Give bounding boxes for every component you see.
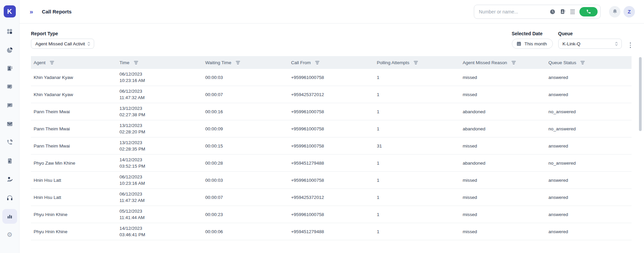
app-logo[interactable]: K [4,5,16,17]
cell-queue-status: answered [546,212,632,217]
column-header-label: Waiting Time [205,60,231,65]
document-icon [2,154,17,168]
sidebar-item-settings[interactable]: ⚙ [2,225,17,244]
sidebar-item-call-reports[interactable] [2,207,17,225]
sidebar-item-reports-pie[interactable] [2,41,17,59]
table-header: Agent Time [31,56,632,69]
cell-time-clock: 02:28:20 PM [119,129,202,135]
cell-agent-missed-reason: missed [460,92,546,97]
sidebar-item-contacts[interactable] [2,59,17,78]
sidebar-item-chat-notes[interactable] [2,78,17,96]
cell-waiting-time: 00:00:28 [202,161,288,166]
sidebar-item-dashboard[interactable] [2,22,17,41]
date-range-button[interactable]: This month [512,39,553,49]
topbar: » Call Reports [20,0,644,24]
cell-waiting-time: 00:00:06 [202,229,288,234]
sidebar-item-calls[interactable] [2,133,17,152]
table-row[interactable]: Phyu Hnin Khine 05/12/2023 11:41:44 AM 0… [31,206,632,223]
updown-chevron-icon [615,41,618,46]
contacts-icon [2,61,17,76]
column-menu-icon[interactable] [134,61,138,65]
chat-icon [2,98,17,113]
user-avatar[interactable]: Z [623,6,635,17]
column-menu-icon[interactable] [315,61,319,65]
sidebar-expand-icon[interactable]: » [30,8,33,15]
column-menu-icon[interactable] [236,61,240,65]
column-menu-icon[interactable] [580,61,585,65]
recent-calls-icon[interactable] [550,9,556,15]
cell-time: 06/12/2023 11:47:32 AM [117,191,202,204]
queue-select[interactable]: K-Link-Q [558,39,622,49]
sidebar-item-supervisor[interactable] [2,188,17,207]
column-menu-icon[interactable] [512,61,516,65]
cell-agent-missed-reason: abandoned [460,109,546,114]
sidebar-item-agents[interactable] [2,170,17,188]
cell-agent-missed-reason: missed [460,75,546,80]
updown-chevron-icon [87,41,90,46]
column-header-label: Agent [34,60,45,65]
sidebar-nav: ⚙ [2,22,17,244]
call-button[interactable] [579,7,598,16]
table-row[interactable]: Pann Theim Mwai 13/12/2023 02:28:35 PM 0… [31,137,632,155]
column-header[interactable]: Queue Status [546,60,632,65]
cell-time-clock: 10:23:16 AM [119,77,202,84]
table-row[interactable]: Hnin Hsu Latt 06/12/2023 10:23:16 AM 00:… [31,172,632,189]
cell-polling-attempts: 1 [374,229,460,234]
column-header[interactable]: Polling Attempts [374,60,460,65]
cell-call-from: +959451279488 [288,229,374,234]
table-row[interactable]: Pann Theim Mwai 13/12/2023 02:28:20 PM 0… [31,120,632,137]
report-type-select[interactable]: Agent Missed Call Activit [31,39,94,49]
column-header[interactable]: Agent [31,60,117,65]
avatar-initial: Z [628,9,631,14]
table-row[interactable]: Pann Theim Mwai 13/12/2023 02:27:38 PM 0… [31,103,632,120]
cell-time-clock: 11:47:32 AM [119,197,202,204]
notifications-button[interactable] [609,6,620,17]
column-header[interactable]: Call From [288,60,374,65]
cell-waiting-time: 00:00:09 [202,126,288,131]
table-row[interactable]: Khin Yadanar Kyaw 06/12/2023 11:47:32 AM… [31,86,632,103]
cell-time-date: 13/12/2023 [119,139,202,146]
table-row[interactable]: Khin Yadanar Kyaw 06/12/2023 10:23:16 AM… [31,69,632,86]
cell-time: 06/12/2023 10:23:16 AM [117,174,202,186]
sidebar-item-chat[interactable] [2,96,17,115]
sidebar-item-documents[interactable] [2,152,17,170]
dialpad-icon[interactable] [570,9,575,15]
column-header[interactable]: Time [117,60,202,65]
cell-agent: Hnin Hsu Latt [31,178,117,183]
page-title: Call Reports [42,9,72,14]
column-menu-icon[interactable] [50,61,54,65]
cell-call-from: +959961000758 [288,75,374,80]
cell-time: 06/12/2023 11:47:32 AM [117,88,202,101]
column-header-label: Agent Missed Reason [463,60,507,65]
cell-time: 13/12/2023 02:28:20 PM [117,122,202,135]
cell-time: 13/12/2023 02:28:35 PM [117,139,202,152]
more-options-button[interactable] [629,42,632,49]
cell-queue-status: answered [546,229,632,234]
sidebar-item-mail[interactable] [2,115,17,133]
cell-waiting-time: 00:00:07 [202,195,288,200]
cell-agent-missed-reason: missed [460,195,546,200]
dialer-input[interactable] [479,9,545,14]
cell-polling-attempts: 1 [374,92,460,97]
cell-waiting-time: 00:00:16 [202,109,288,114]
column-header[interactable]: Waiting Time [202,60,288,65]
cell-agent-missed-reason: missed [460,229,546,234]
column-header-label: Call From [291,60,311,65]
cell-time-clock: 10:23:16 AM [119,180,202,186]
table-row[interactable]: Hnin Hsu Latt 06/12/2023 11:47:32 AM 00:… [31,189,632,206]
table-row[interactable]: Phyo Zaw Min Khine 14/12/2023 03:52:15 P… [31,155,632,172]
cell-agent: Khin Yadanar Kyaw [31,75,117,80]
table-row[interactable]: Phyu Hnin Khine 14/12/2023 03:46:41 PM 0… [31,223,632,240]
selected-date-group: Selected Date This month [512,31,553,49]
contacts-book-icon[interactable] [560,9,566,14]
vertical-scrollbar[interactable] [639,57,642,131]
cell-agent: Phyo Zaw Min Khine [31,161,117,166]
column-menu-icon[interactable] [414,61,418,65]
phone-call-icon [2,135,17,150]
cell-polling-attempts: 1 [374,195,460,200]
cell-queue-status: no_answered [546,161,632,166]
report-type-group: Report Type Agent Missed Call Activit [31,31,94,49]
column-header[interactable]: Agent Missed Reason [460,60,546,65]
cell-agent-missed-reason: missed [460,143,546,149]
cell-polling-attempts: 1 [374,178,460,183]
